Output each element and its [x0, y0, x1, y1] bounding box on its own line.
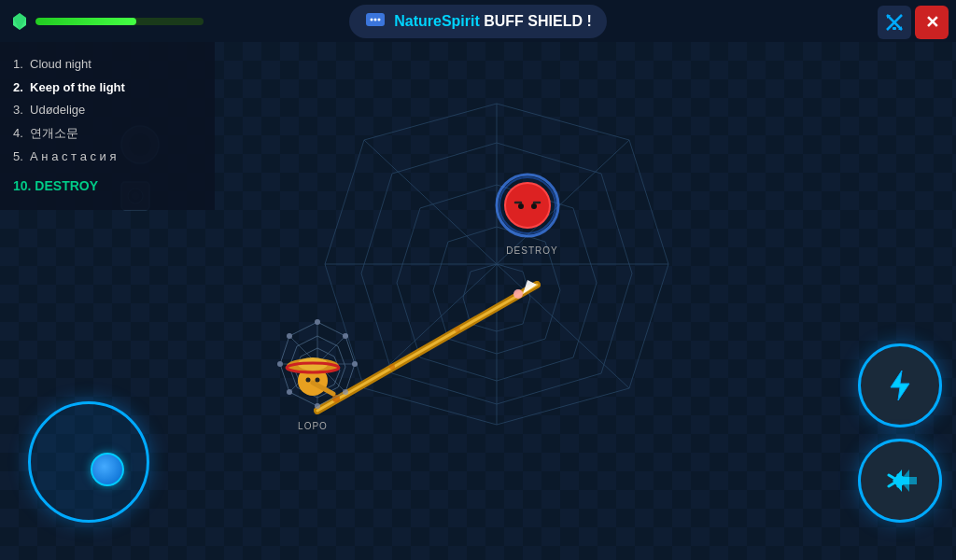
notification-box: NatureSpirit BUFF SHIELD !	[349, 5, 607, 38]
top-right-icons: ✕	[878, 6, 949, 39]
health-fill	[35, 18, 136, 25]
header-bar: NatureSpirit BUFF SHIELD ! ✕	[0, 0, 956, 42]
svg-point-55	[518, 203, 524, 209]
player-character	[275, 336, 350, 411]
track-item-2[interactable]: 2. Keep of the light	[13, 77, 202, 100]
gem-icon	[9, 11, 30, 32]
track-highlight[interactable]: 10. DESTROY	[13, 174, 202, 199]
svg-point-48	[316, 378, 320, 383]
svg-point-3	[371, 18, 373, 21]
svg-marker-62	[891, 371, 909, 400]
health-bar-area	[9, 11, 204, 32]
health-bar	[35, 18, 204, 25]
swords-icon	[884, 12, 905, 33]
right-action-buttons	[858, 343, 942, 523]
player-label: LOPO	[298, 421, 328, 431]
close-button[interactable]: ✕	[915, 6, 949, 39]
battle-icon-button[interactable]	[878, 6, 911, 39]
svg-point-56	[531, 203, 537, 209]
notification-action: BUFF SHIELD !	[480, 13, 592, 29]
track-item-1[interactable]: 1. Cloud night	[13, 53, 202, 77]
notification-name: NatureSpirit	[394, 13, 480, 29]
left-joystick[interactable]	[28, 401, 149, 523]
track-item-3[interactable]: 3. Udødelige	[13, 99, 202, 122]
svg-point-36	[352, 361, 358, 367]
track-item-4[interactable]: 4. 연개소문	[13, 122, 202, 146]
lightning-icon	[881, 367, 919, 404]
double-arrow-button[interactable]	[858, 439, 942, 523]
sidebar: 1. Cloud night 2. Keep of the light 3. U…	[0, 42, 215, 210]
joystick-dot	[91, 453, 124, 486]
track-item-5[interactable]: 5. А н а с т а с и я	[13, 146, 202, 169]
lightning-button[interactable]	[858, 343, 942, 427]
svg-rect-10	[893, 27, 896, 30]
enemy-character	[495, 173, 560, 238]
svg-point-34	[315, 319, 320, 325]
notification-text: NatureSpirit BUFF SHIELD !	[394, 13, 592, 30]
svg-point-4	[374, 18, 377, 21]
svg-point-47	[306, 378, 311, 383]
enemy-label: DESTROY	[506, 245, 557, 256]
radar-grid	[273, 77, 721, 525]
chat-icon	[364, 10, 387, 33]
double-arrow-icon	[881, 462, 919, 499]
svg-point-5	[378, 18, 381, 21]
